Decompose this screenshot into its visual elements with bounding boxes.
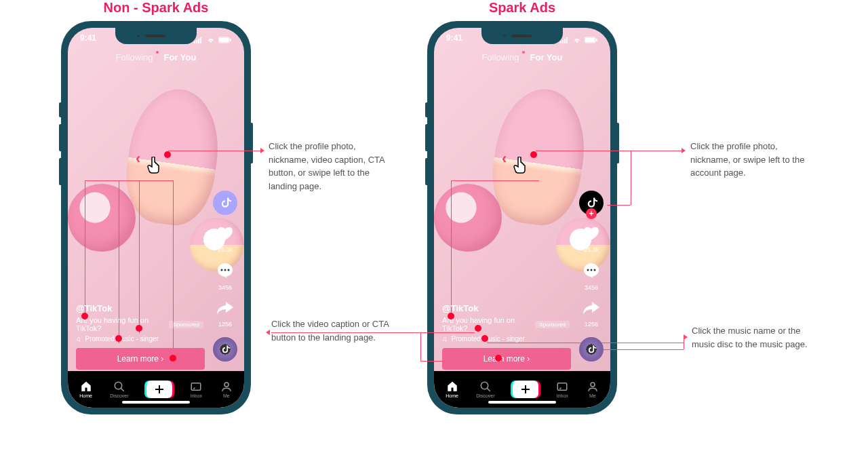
home-indicator <box>122 401 190 404</box>
wifi-icon <box>572 37 582 43</box>
plus-icon <box>155 385 164 394</box>
comment-button[interactable]: 3456 <box>216 263 234 291</box>
cta-button[interactable]: Learn more › <box>442 348 571 370</box>
callout-line <box>684 337 684 349</box>
svg-line-12 <box>121 388 124 391</box>
callout-dot <box>136 325 142 332</box>
video-caption[interactable]: Are you having fun on TikTok? <box>442 316 531 332</box>
callout-line <box>85 180 85 319</box>
non-spark-title: Non - Spark Ads <box>61 0 251 16</box>
share-button[interactable]: 1256 <box>216 300 234 328</box>
nav-inbox[interactable]: Inbox <box>556 381 568 398</box>
svg-rect-15 <box>560 41 561 43</box>
svg-rect-0 <box>194 41 195 43</box>
music-info[interactable]: ♫ Promoted music - singer <box>442 335 570 343</box>
callout-dot <box>170 355 176 362</box>
callout-line <box>451 180 539 181</box>
battery-icon <box>218 37 232 43</box>
tab-for-you[interactable]: For You <box>164 52 197 62</box>
upload-button[interactable] <box>513 381 538 398</box>
share-icon <box>583 300 600 319</box>
comment-button[interactable]: 3456 <box>583 263 600 291</box>
inbox-icon <box>556 381 568 393</box>
nickname[interactable]: @TikTok <box>76 303 203 313</box>
nav-inbox[interactable]: Inbox <box>190 381 202 398</box>
nav-home[interactable]: Home <box>446 381 458 398</box>
callout-dot <box>164 151 171 158</box>
arrow-icon <box>266 330 270 335</box>
svg-point-26 <box>481 382 488 389</box>
share-button[interactable]: 1256 <box>583 300 600 328</box>
spark-title: Spark Ads <box>427 0 617 16</box>
phone-frame-spark: 9:41 Following For You ‹ <box>427 21 617 414</box>
callout-line <box>420 332 421 361</box>
follow-plus-icon[interactable]: + <box>586 208 597 219</box>
nav-discover[interactable]: Discover <box>476 381 494 398</box>
nav-me[interactable]: Me <box>220 381 233 398</box>
music-disc[interactable] <box>213 337 237 362</box>
like-button[interactable]: 25.3k <box>583 225 600 253</box>
callout-dot <box>448 313 454 319</box>
comment-icon <box>583 263 600 283</box>
callout-dot <box>475 325 481 332</box>
chevron-left-icon: ‹ <box>136 150 140 167</box>
power-button <box>251 123 253 163</box>
hand-cursor-icon <box>513 157 529 177</box>
comment-icon <box>216 263 234 283</box>
nav-home[interactable]: Home <box>79 381 92 398</box>
home-icon <box>446 381 458 393</box>
svg-rect-1 <box>196 40 197 43</box>
annotation-spark-caption: Click the video caption or CTA button to… <box>271 317 407 344</box>
music-disc[interactable] <box>579 337 604 362</box>
callout-dot <box>495 355 502 362</box>
annotation-nonspark: Click the profile photo, nickname, video… <box>269 140 391 193</box>
annotation-spark-music: Click the music name or the music disc t… <box>692 324 814 351</box>
like-button[interactable]: 25.3k <box>216 225 234 253</box>
callout-line <box>604 349 684 350</box>
svg-rect-20 <box>585 38 595 42</box>
svg-line-27 <box>487 388 490 391</box>
wifi-icon <box>206 37 216 43</box>
chevron-right-icon: › <box>527 354 530 364</box>
profile-avatar[interactable] <box>213 191 237 215</box>
home-indicator <box>488 401 556 404</box>
callout-line <box>451 180 452 319</box>
like-count: 25.3k <box>584 246 599 253</box>
volume-buttons <box>425 102 427 192</box>
callout-line <box>631 151 631 205</box>
svg-rect-3 <box>200 37 201 43</box>
svg-rect-13 <box>192 383 201 391</box>
battery-icon <box>585 37 598 43</box>
volume-buttons <box>59 102 61 192</box>
arrow-icon <box>682 148 686 153</box>
callout-line <box>536 151 682 151</box>
chevron-left-icon: ‹ <box>502 150 507 167</box>
arrow-icon <box>260 148 264 153</box>
svg-rect-21 <box>596 39 597 41</box>
status-time: 9:41 <box>80 33 96 47</box>
music-info[interactable]: ♫ Promoted music - singer <box>76 335 203 343</box>
notch <box>481 28 563 44</box>
nav-me[interactable]: Me <box>587 381 599 398</box>
video-info: @TikTok Are you having fun on TikTok? Sp… <box>76 303 203 370</box>
video-caption[interactable]: Are you having fun on TikTok? <box>76 316 165 332</box>
nickname[interactable]: @TikTok <box>442 303 570 313</box>
search-icon <box>113 381 125 393</box>
comment-count: 3456 <box>585 284 598 291</box>
svg-rect-17 <box>564 39 566 43</box>
profile-avatar[interactable]: + <box>579 191 604 215</box>
heart-icon <box>583 225 600 245</box>
sponsored-badge: Sponsored <box>169 321 203 328</box>
upload-button[interactable] <box>146 381 172 398</box>
cta-button[interactable]: Learn more › <box>76 348 205 370</box>
hand-cursor-icon <box>146 157 163 177</box>
svg-point-25 <box>594 269 596 271</box>
svg-point-9 <box>224 269 226 271</box>
nav-discover[interactable]: Discover <box>110 381 128 398</box>
sponsored-badge: Sponsored <box>535 321 570 328</box>
home-icon <box>80 381 92 393</box>
tab-following[interactable]: Following <box>482 52 519 62</box>
tab-following[interactable]: Following <box>116 52 153 62</box>
tab-for-you[interactable]: For You <box>530 52 563 62</box>
non-spark-section: Non - Spark Ads 9:41 Following For You <box>61 0 251 414</box>
